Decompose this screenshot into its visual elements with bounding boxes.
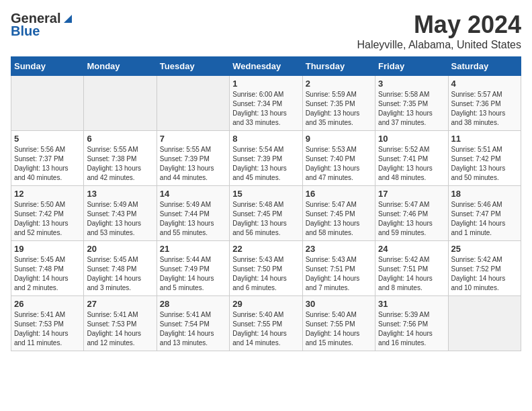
day-number: 25 <box>451 244 518 254</box>
day-info: Sunrise: 5:42 AM Sunset: 7:51 PM Dayligh… <box>378 255 445 293</box>
day-number: 30 <box>306 299 372 309</box>
calendar-week-4: 26Sunrise: 5:41 AM Sunset: 7:53 PM Dayli… <box>11 296 521 351</box>
calendar-cell: 23Sunrise: 5:43 AM Sunset: 7:51 PM Dayli… <box>302 241 375 296</box>
calendar-cell: 9Sunrise: 5:53 AM Sunset: 7:40 PM Daylig… <box>302 131 375 186</box>
day-info: Sunrise: 5:52 AM Sunset: 7:41 PM Dayligh… <box>378 145 445 183</box>
calendar-cell <box>448 296 521 351</box>
day-info: Sunrise: 5:42 AM Sunset: 7:52 PM Dayligh… <box>451 255 518 293</box>
calendar-cell: 12Sunrise: 5:50 AM Sunset: 7:42 PM Dayli… <box>11 186 84 241</box>
calendar-cell: 3Sunrise: 5:58 AM Sunset: 7:35 PM Daylig… <box>375 76 448 131</box>
calendar-cell: 21Sunrise: 5:44 AM Sunset: 7:49 PM Dayli… <box>157 241 229 296</box>
calendar-cell: 10Sunrise: 5:52 AM Sunset: 7:41 PM Dayli… <box>375 131 448 186</box>
calendar-cell: 13Sunrise: 5:49 AM Sunset: 7:43 PM Dayli… <box>84 186 157 241</box>
header-wednesday: Wednesday <box>230 57 302 76</box>
day-number: 7 <box>160 134 226 144</box>
calendar-cell: 14Sunrise: 5:49 AM Sunset: 7:44 PM Dayli… <box>157 186 229 241</box>
day-info: Sunrise: 5:55 AM Sunset: 7:39 PM Dayligh… <box>160 145 226 183</box>
day-info: Sunrise: 5:45 AM Sunset: 7:48 PM Dayligh… <box>14 255 81 293</box>
calendar-cell: 26Sunrise: 5:41 AM Sunset: 7:53 PM Dayli… <box>11 296 84 351</box>
calendar-cell: 17Sunrise: 5:47 AM Sunset: 7:46 PM Dayli… <box>375 186 448 241</box>
day-info: Sunrise: 5:47 AM Sunset: 7:46 PM Dayligh… <box>378 200 445 238</box>
day-info: Sunrise: 5:43 AM Sunset: 7:51 PM Dayligh… <box>306 255 372 293</box>
day-number: 15 <box>232 189 299 199</box>
calendar-cell <box>157 76 229 131</box>
calendar-cell: 30Sunrise: 5:40 AM Sunset: 7:55 PM Dayli… <box>302 296 375 351</box>
calendar-cell <box>84 76 157 131</box>
day-number: 18 <box>451 189 518 199</box>
header-thursday: Thursday <box>302 57 375 76</box>
day-info: Sunrise: 6:00 AM Sunset: 7:34 PM Dayligh… <box>232 90 299 128</box>
calendar-cell: 5Sunrise: 5:56 AM Sunset: 7:37 PM Daylig… <box>11 131 84 186</box>
calendar-cell: 25Sunrise: 5:42 AM Sunset: 7:52 PM Dayli… <box>448 241 521 296</box>
day-info: Sunrise: 5:41 AM Sunset: 7:53 PM Dayligh… <box>14 310 81 348</box>
day-number: 6 <box>87 134 153 144</box>
header-saturday: Saturday <box>448 57 521 76</box>
day-number: 1 <box>232 79 299 89</box>
day-info: Sunrise: 5:46 AM Sunset: 7:47 PM Dayligh… <box>451 200 518 238</box>
day-number: 13 <box>87 189 153 199</box>
title-area: May 2024 Haleyville, Alabama, United Sta… <box>357 11 521 51</box>
day-info: Sunrise: 5:39 AM Sunset: 7:56 PM Dayligh… <box>378 310 445 348</box>
day-number: 17 <box>378 189 445 199</box>
calendar-week-3: 19Sunrise: 5:45 AM Sunset: 7:48 PM Dayli… <box>11 241 521 296</box>
day-number: 21 <box>160 244 226 254</box>
calendar-cell <box>11 76 84 131</box>
day-info: Sunrise: 5:51 AM Sunset: 7:42 PM Dayligh… <box>451 145 518 183</box>
calendar-cell: 2Sunrise: 5:59 AM Sunset: 7:35 PM Daylig… <box>302 76 375 131</box>
calendar-header-row: SundayMondayTuesdayWednesdayThursdayFrid… <box>11 57 521 76</box>
calendar-cell: 4Sunrise: 5:57 AM Sunset: 7:36 PM Daylig… <box>448 76 521 131</box>
day-number: 8 <box>232 134 299 144</box>
day-info: Sunrise: 5:55 AM Sunset: 7:38 PM Dayligh… <box>87 145 153 183</box>
calendar-cell: 27Sunrise: 5:41 AM Sunset: 7:53 PM Dayli… <box>84 296 157 351</box>
calendar-cell: 29Sunrise: 5:40 AM Sunset: 7:55 PM Dayli… <box>230 296 302 351</box>
day-info: Sunrise: 5:40 AM Sunset: 7:55 PM Dayligh… <box>232 310 299 348</box>
calendar-cell: 1Sunrise: 6:00 AM Sunset: 7:34 PM Daylig… <box>230 76 302 131</box>
calendar-cell: 22Sunrise: 5:43 AM Sunset: 7:50 PM Dayli… <box>230 241 302 296</box>
day-number: 16 <box>306 189 372 199</box>
calendar-cell: 16Sunrise: 5:47 AM Sunset: 7:45 PM Dayli… <box>302 186 375 241</box>
calendar-week-1: 5Sunrise: 5:56 AM Sunset: 7:37 PM Daylig… <box>11 131 521 186</box>
day-info: Sunrise: 5:41 AM Sunset: 7:53 PM Dayligh… <box>87 310 153 348</box>
day-info: Sunrise: 5:54 AM Sunset: 7:39 PM Dayligh… <box>232 145 299 183</box>
header-monday: Monday <box>84 57 157 76</box>
calendar-cell: 18Sunrise: 5:46 AM Sunset: 7:47 PM Dayli… <box>448 186 521 241</box>
day-number: 31 <box>378 299 445 309</box>
day-info: Sunrise: 5:49 AM Sunset: 7:44 PM Dayligh… <box>160 200 226 238</box>
day-number: 24 <box>378 244 445 254</box>
day-number: 22 <box>232 244 299 254</box>
day-info: Sunrise: 5:58 AM Sunset: 7:35 PM Dayligh… <box>378 90 445 128</box>
header-tuesday: Tuesday <box>157 57 229 76</box>
day-info: Sunrise: 5:44 AM Sunset: 7:49 PM Dayligh… <box>160 255 226 293</box>
day-info: Sunrise: 5:43 AM Sunset: 7:50 PM Dayligh… <box>232 255 299 293</box>
logo: General Blue <box>11 11 75 39</box>
calendar-table: SundayMondayTuesdayWednesdayThursdayFrid… <box>11 56 521 351</box>
day-number: 12 <box>14 189 81 199</box>
day-info: Sunrise: 5:48 AM Sunset: 7:45 PM Dayligh… <box>232 200 299 238</box>
day-number: 9 <box>306 134 372 144</box>
day-number: 27 <box>87 299 153 309</box>
day-info: Sunrise: 5:45 AM Sunset: 7:48 PM Dayligh… <box>87 255 153 293</box>
logo-blue: Blue <box>11 24 40 39</box>
day-number: 3 <box>378 79 445 89</box>
calendar-week-0: 1Sunrise: 6:00 AM Sunset: 7:34 PM Daylig… <box>11 76 521 131</box>
calendar-cell: 8Sunrise: 5:54 AM Sunset: 7:39 PM Daylig… <box>230 131 302 186</box>
day-info: Sunrise: 5:59 AM Sunset: 7:35 PM Dayligh… <box>306 90 372 128</box>
calendar-cell: 11Sunrise: 5:51 AM Sunset: 7:42 PM Dayli… <box>448 131 521 186</box>
calendar-cell: 15Sunrise: 5:48 AM Sunset: 7:45 PM Dayli… <box>230 186 302 241</box>
header-sunday: Sunday <box>11 57 84 76</box>
logo-icon <box>61 13 75 24</box>
day-info: Sunrise: 5:57 AM Sunset: 7:36 PM Dayligh… <box>451 90 518 128</box>
day-number: 28 <box>160 299 226 309</box>
calendar-cell: 6Sunrise: 5:55 AM Sunset: 7:38 PM Daylig… <box>84 131 157 186</box>
day-number: 4 <box>451 79 518 89</box>
day-info: Sunrise: 5:53 AM Sunset: 7:40 PM Dayligh… <box>306 145 372 183</box>
day-number: 20 <box>87 244 153 254</box>
header-friday: Friday <box>375 57 448 76</box>
calendar-cell: 20Sunrise: 5:45 AM Sunset: 7:48 PM Dayli… <box>84 241 157 296</box>
month-title: May 2024 <box>357 11 521 39</box>
day-number: 23 <box>306 244 372 254</box>
calendar-cell: 31Sunrise: 5:39 AM Sunset: 7:56 PM Dayli… <box>375 296 448 351</box>
calendar-cell: 19Sunrise: 5:45 AM Sunset: 7:48 PM Dayli… <box>11 241 84 296</box>
day-number: 11 <box>451 134 518 144</box>
header: General Blue May 2024 Haleyville, Alabam… <box>11 11 521 51</box>
